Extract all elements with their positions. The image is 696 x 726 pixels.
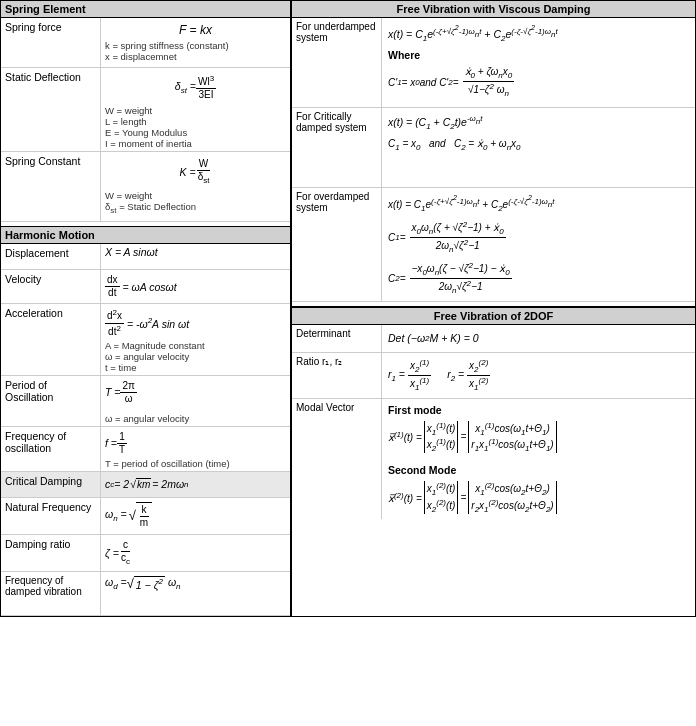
wn-sym: ωn = — [105, 508, 127, 523]
underdamped-row: For underdamped system x(t) = C1e(-ζ+√ζ2… — [292, 18, 695, 108]
period-T: T = — [105, 386, 120, 398]
x21-val: r1x1(1)cos(ω1t+Θ1) — [471, 437, 553, 453]
period-num: 2π — [120, 380, 136, 393]
r2-formula: r2 = x2(2)x1(2) — [447, 358, 490, 393]
over-c1-frac: x0ωn(ζ + √ζ2−1) + ẋ0 2ωn√ζ2−1 — [410, 220, 506, 255]
damping-ratio-row: Damping ratio ζ = c cc — [1, 535, 290, 572]
k-num: k — [140, 504, 149, 517]
static-frac-den: 3EI — [197, 89, 216, 101]
r1-frac: x2(1)x1(1) — [408, 358, 431, 393]
spring-force-label: Spring force — [1, 18, 101, 67]
determinant-formula: Det (−ω2M + K) = 0 — [382, 325, 695, 352]
natural-freq-content: ωn = √ k m — [101, 498, 290, 534]
c-num: c — [121, 539, 130, 552]
r2-den: x1(2) — [467, 376, 490, 393]
modal-row: Modal Vector First mode x̅(1)(t) = x1(1)… — [292, 399, 695, 519]
kconst-note1: W = weight — [105, 190, 286, 201]
period-note: ω = angular velocity — [105, 413, 286, 424]
critically-label: For Critically damped system — [292, 108, 382, 187]
where-label: Where — [388, 47, 689, 63]
spring-force-note1: k = spring stiffness (constant) — [105, 40, 286, 51]
main-container: Spring Element Spring force F = kx k = s… — [0, 0, 696, 617]
dof-header: Free Vibration of 2DOF — [292, 306, 695, 325]
first-mode-label: First mode — [388, 401, 689, 419]
damped-freq-content: ωd = √ 1 − ζ2 ωn — [101, 572, 290, 615]
wd-sym: ωd = — [105, 576, 127, 591]
underdamped-label: For underdamped system — [292, 18, 382, 107]
freq-note: T = period of oscillation (time) — [105, 458, 286, 469]
delta-symbol: δst = — [175, 80, 196, 95]
period-row: Period of Oscillation T = 2π ω ω = angul… — [1, 376, 290, 427]
determinant-row: Determinant Det (−ω2M + K) = 0 — [292, 325, 695, 353]
overdamped-formula: x(t) = C1e(-ζ+√ζ2-1)ωnt + C2e(-ζ-√ζ2-1)ω… — [388, 190, 689, 217]
static-note2: L = length — [105, 116, 286, 127]
x12-val: x1(2)cos(ω2t+Θ2) — [475, 481, 550, 497]
critically-row: For Critically damped system x(t) = (C1 … — [292, 108, 695, 188]
ratio-content: r1 = x2(1)x1(1) r2 = x2(2)x1(2) — [382, 353, 695, 398]
x22: x2(2)(t) — [427, 498, 456, 514]
static-frac: Wl3 3EI — [196, 74, 216, 101]
zeta-frac: c cc — [119, 539, 132, 567]
freq-formula: f = 1 T — [105, 429, 286, 458]
static-deflection-label: Static Deflection — [1, 68, 101, 151]
left-panel: Spring Element Spring force F = kx k = s… — [1, 1, 291, 616]
d2x-dt2-frac: d2x dt2 — [105, 308, 124, 338]
second-mode-matrix-right: x1(2)cos(ω2t+Θ2) r2x1(2)cos(ω2t+Θ2) — [468, 481, 556, 514]
r1-den: x1(1) — [408, 376, 431, 393]
damping-ratio-label: Damping ratio — [1, 535, 101, 571]
spring-force-content: F = kx k = spring stiffness (constant) x… — [101, 18, 290, 67]
velocity-formula: dx dt = ωA cosωt — [105, 272, 286, 301]
period-frac: 2π ω — [120, 380, 136, 405]
displacement-row: Displacement X = A sinωt — [1, 244, 290, 270]
r2-frac: x2(2)x1(2) — [467, 358, 490, 393]
natural-freq-label: Natural Frequency — [1, 498, 101, 534]
spring-constant-label: Spring Constant — [1, 152, 101, 221]
freq-num: 1 — [117, 431, 127, 444]
critically-content: x(t) = (C1 + C2t)e-ωnt C1 = x0 and C2 = … — [382, 108, 695, 187]
modal-label: Modal Vector — [292, 399, 382, 519]
period-label: Period of Oscillation — [1, 376, 101, 426]
critically-c1c2: C1 = x0 and C2 = ẋ0 + ωnx0 — [388, 135, 689, 155]
kconst-note2: δst = Static Deflection — [105, 201, 286, 215]
second-mode-matrix-left: x1(2)(t) x2(2)(t) — [424, 481, 459, 514]
x2-vec: x̅(2)(t) = — [388, 491, 422, 504]
period-content: T = 2π ω ω = angular velocity — [101, 376, 290, 426]
x11-val: x1(1)cos(ω1t+Θ1) — [475, 421, 550, 437]
damped-freq-formula: ωd = √ 1 − ζ2 ωn — [105, 574, 286, 593]
x22-val: r2x1(2)cos(ω2t+Θ2) — [471, 498, 553, 514]
underdamped-formula: x(t) = C1e(-ζ+√ζ2-1)ωnt + C2e(-ζ-√ζ2-1)ω… — [388, 20, 689, 47]
k-frac-num: W — [197, 158, 210, 171]
period-den: ω — [123, 393, 135, 405]
static-deflection-content: δst = Wl3 3EI W = weight L = length E = … — [101, 68, 290, 151]
damping-ratio-formula: ζ = c cc — [105, 537, 286, 569]
static-note1: W = weight — [105, 105, 286, 116]
freq-frac: 1 T — [117, 431, 127, 456]
velocity-row: Velocity dx dt = ωA cosωt — [1, 270, 290, 304]
determinant-label: Determinant — [292, 325, 382, 352]
cc-den: cc — [119, 552, 132, 567]
freq-label: Frequency of oscillation — [1, 427, 101, 471]
displacement-label: Displacement — [1, 244, 101, 269]
spring-force-formula: F = kx — [105, 20, 286, 40]
c2-frac: ẋ0 + ζωnx0 √1−ζ2 ωn — [463, 66, 515, 99]
wd-wn: ωn — [165, 576, 181, 591]
critical-formula: cc = 2√km = 2mωn — [101, 472, 290, 497]
damped-freq-row: Frequency of damped vibration ωd = √ 1 −… — [1, 572, 290, 616]
damping-ratio-content: ζ = c cc — [101, 535, 290, 571]
m-den: m — [138, 517, 150, 529]
displacement-formula: X = A sinωt — [101, 244, 290, 269]
x21: x2(1)(t) — [427, 437, 456, 453]
x11: x1(1)(t) — [427, 421, 456, 437]
zeta-sym: ζ = — [105, 547, 119, 559]
over-c2-formula: C2 = −x0ωn(ζ − √ζ2−1) − ẋ0 2ωn√ζ2−1 — [388, 258, 689, 299]
k-frac: W δst — [196, 158, 212, 186]
viscous-header: Free Vibration with Viscous Damping — [292, 1, 695, 18]
overdamped-row: For overdamped system x(t) = C1e(-ζ+√ζ2-… — [292, 188, 695, 302]
first-mode-matrix-left: x1(1)(t) x2(1)(t) — [424, 421, 459, 454]
velocity-eq: = ωA cosωt — [120, 281, 177, 293]
k-symbol: K = — [180, 166, 196, 178]
freq-content: f = 1 T T = period of oscillation (time) — [101, 427, 290, 471]
spring-constant-formula: K = W δst — [105, 154, 286, 190]
ratio-formula: r1 = x2(1)x1(1) r2 = x2(2)x1(2) — [388, 355, 689, 396]
second-mode-formula: x̅(2)(t) = x1(2)(t) x2(2)(t) = x1(2)cos(… — [388, 479, 689, 516]
